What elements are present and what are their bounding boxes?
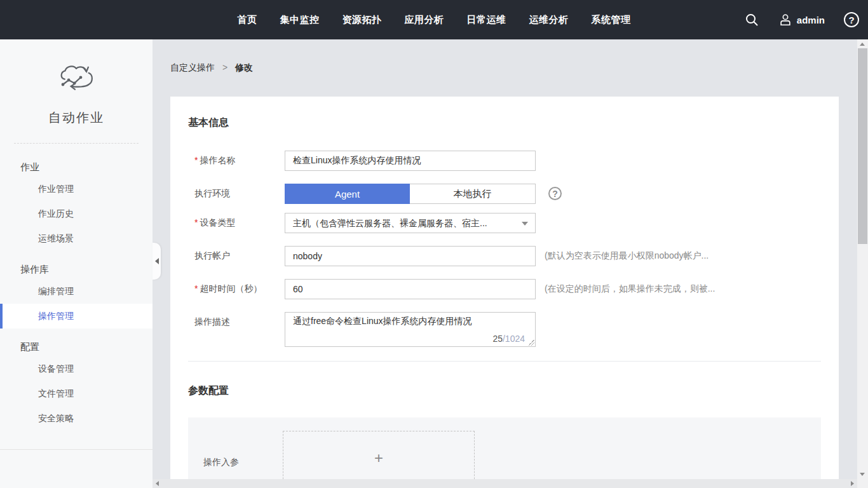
operation-name-label: *操作名称 — [188, 151, 285, 166]
required-asterisk: * — [194, 283, 198, 294]
main-content: 自定义操作 > 修改 基本信息 *操作名称 执行环境 — [153, 39, 857, 488]
scroll-left-icon[interactable] — [156, 481, 159, 486]
form-row-exec-account: 执行帐户 (默认为空表示使用最小权限nobody帐户... — [188, 246, 821, 266]
help-icon[interactable]: ? — [844, 12, 859, 27]
breadcrumb-separator: > — [222, 62, 227, 72]
required-asterisk: * — [194, 155, 198, 165]
char-counter: 25/1024 — [492, 334, 525, 344]
description-label: 操作描述 — [188, 312, 285, 328]
horizontal-scrollbar[interactable] — [153, 479, 857, 488]
menu-section-jobs: 作业 — [0, 158, 153, 177]
form-row-description: 操作描述 通过free命令检查Linux操作系统内存使用情况 25/1024 — [188, 312, 821, 347]
exec-environment-toggle: Agent 本地执行 — [285, 184, 536, 204]
nav-item-home[interactable]: 首页 — [238, 14, 257, 26]
sidebar-divider — [14, 143, 139, 144]
scroll-down-icon[interactable] — [860, 473, 865, 476]
toggle-option-agent[interactable]: Agent — [285, 184, 410, 204]
exec-account-input[interactable] — [285, 246, 536, 266]
exec-environment-help-icon[interactable]: ? — [548, 187, 562, 200]
sidebar-item-job-history[interactable]: 作业历史 — [0, 201, 153, 226]
timeout-input[interactable] — [285, 279, 536, 299]
breadcrumb: 自定义操作 > 修改 — [153, 39, 857, 74]
menu-section-operation-library: 操作库 — [0, 260, 153, 279]
required-asterisk: * — [194, 217, 198, 227]
sidebar-item-ops-scenarios[interactable]: 运维场景 — [0, 226, 153, 251]
timeout-label: *超时时间（秒） — [188, 279, 285, 295]
username: admin — [797, 15, 825, 25]
basic-info-heading: 基本信息 — [188, 97, 821, 130]
char-count-max: /1024 — [503, 334, 525, 344]
scroll-right-icon[interactable] — [851, 481, 854, 486]
form-card: 基本信息 *操作名称 执行环境 Agent 本地执行 — [170, 97, 839, 488]
textarea-resize-handle[interactable] — [528, 339, 534, 346]
breadcrumb-parent[interactable]: 自定义操作 — [170, 62, 215, 72]
timeout-hint: (在设定的时间后，如果操作未完成，则被... — [545, 279, 715, 295]
form-row-operation-name: *操作名称 — [188, 151, 821, 171]
nav-item-system-mgmt[interactable]: 系统管理 — [592, 14, 631, 26]
sidebar-item-job-management[interactable]: 作业管理 — [0, 177, 153, 201]
description-text: 通过free命令检查Linux操作系统内存使用情况 — [293, 316, 472, 326]
device-type-select[interactable]: 主机（包含弹性云服务器、裸金属服务器、宿主... — [285, 213, 536, 233]
exec-environment-label: 执行环境 — [188, 184, 285, 200]
sidebar-item-device-management[interactable]: 设备管理 — [0, 356, 153, 381]
exec-account-hint: (默认为空表示使用最小权限nobody帐户... — [545, 246, 709, 262]
description-textarea[interactable]: 通过free命令检查Linux操作系统内存使用情况 25/1024 — [285, 312, 536, 347]
user-icon — [778, 13, 792, 27]
device-type-label: *设备类型 — [188, 213, 285, 229]
sidebar-item-security-policy[interactable]: 安全策略 — [0, 406, 153, 431]
vertical-scrollbar-thumb[interactable] — [858, 48, 867, 244]
nav-item-app-analysis[interactable]: 应用分析 — [405, 14, 444, 26]
plus-icon: + — [374, 449, 383, 467]
form-row-device-type: *设备类型 主机（包含弹性云服务器、裸金属服务器、宿主... — [188, 213, 821, 233]
app-title: 自动作业 — [0, 109, 153, 126]
sidebar-item-orchestration-management[interactable]: 编排管理 — [0, 279, 153, 304]
nav-item-resource-topology[interactable]: 资源拓扑 — [342, 14, 382, 26]
main-menu: 首页 集中监控 资源拓扑 应用分析 日常运维 运维分析 系统管理 — [0, 14, 868, 26]
operation-input-params-label: 操作入参 — [203, 457, 283, 468]
sidebar-item-operation-management[interactable]: 操作管理 — [0, 304, 153, 329]
sidebar-item-file-management[interactable]: 文件管理 — [0, 381, 153, 406]
nav-item-central-monitoring[interactable]: 集中监控 — [280, 14, 320, 26]
scrollbar-corner — [857, 479, 868, 488]
automation-cloud-icon — [54, 61, 98, 99]
breadcrumb-current: 修改 — [235, 62, 253, 72]
sidebar-menu: 作业 作业管理 作业历史 运维场景 操作库 编排管理 操作管理 配置 设备管理 … — [0, 158, 153, 431]
vertical-scrollbar[interactable] — [857, 39, 868, 488]
toggle-option-local[interactable]: 本地执行 — [410, 184, 536, 204]
basic-info-form: *操作名称 执行环境 Agent 本地执行 ? — [188, 151, 821, 347]
section-divider — [188, 361, 821, 362]
add-input-param-button[interactable]: + — [283, 431, 475, 485]
nav-item-daily-ops[interactable]: 日常运维 — [467, 14, 506, 26]
scroll-up-icon[interactable] — [860, 43, 865, 46]
form-row-exec-environment: 执行环境 Agent 本地执行 ? — [188, 184, 821, 204]
operation-name-input[interactable] — [285, 151, 536, 171]
app-logo: 自动作业 — [0, 39, 153, 126]
search-icon[interactable] — [744, 12, 759, 27]
form-row-timeout: *超时时间（秒） (在设定的时间后，如果操作未完成，则被... — [188, 279, 821, 299]
nav-item-ops-analysis[interactable]: 运维分析 — [529, 14, 569, 26]
char-count-current: 25 — [492, 334, 503, 344]
sidebar-collapse-button[interactable] — [153, 243, 161, 280]
top-navbar: 首页 集中监控 资源拓扑 应用分析 日常运维 运维分析 系统管理 admin ? — [0, 0, 868, 39]
param-config-panel: 操作入参 + — [188, 417, 821, 488]
param-config-heading: 参数配置 — [188, 384, 821, 398]
sidebar-bottom-divider — [0, 449, 153, 450]
menu-section-config: 配置 — [0, 337, 153, 356]
sidebar: 自动作业 作业 作业管理 作业历史 运维场景 操作库 编排管理 操作管理 配置 … — [0, 39, 153, 488]
user-menu[interactable]: admin — [778, 13, 825, 27]
chevron-down-icon — [522, 222, 528, 226]
device-type-selected-value: 主机（包含弹性云服务器、裸金属服务器、宿主... — [293, 218, 487, 228]
collapse-left-icon — [155, 258, 159, 264]
exec-account-label: 执行帐户 — [188, 246, 285, 262]
